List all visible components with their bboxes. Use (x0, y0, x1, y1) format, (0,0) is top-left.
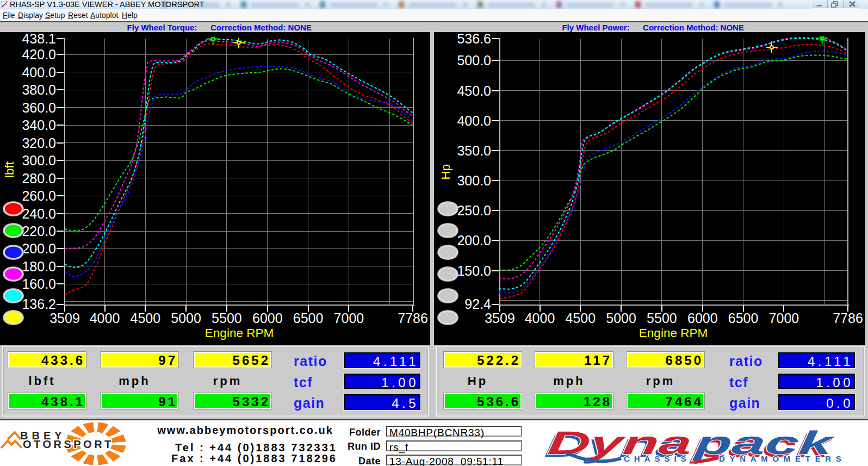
svg-text:5000: 5000 (171, 310, 201, 326)
svg-text:220.0: 220.0 (22, 223, 56, 239)
svg-text:400.0: 400.0 (457, 113, 491, 128)
svg-text:3509: 3509 (49, 310, 80, 326)
svg-text:180.0: 180.0 (22, 259, 56, 274)
svg-text:6500: 6500 (293, 310, 324, 326)
svg-text:DYNAMOMETERS: DYNAMOMETERS (719, 454, 846, 463)
svg-text:136.2: 136.2 (22, 296, 56, 312)
svg-text:300.0: 300.0 (457, 173, 491, 188)
svg-text:5500: 5500 (647, 310, 677, 326)
svg-text:6000: 6000 (252, 310, 283, 326)
svg-text:340.0: 340.0 (22, 117, 56, 133)
svg-text:6000: 6000 (687, 310, 718, 326)
svg-text:536.6: 536.6 (457, 32, 491, 46)
svg-text:Hp: Hp (439, 164, 452, 180)
svg-text:500.0: 500.0 (457, 53, 491, 68)
svg-text:360.0: 360.0 (22, 100, 56, 115)
svg-text:150.0: 150.0 (457, 263, 491, 278)
svg-text:320.0: 320.0 (22, 135, 56, 151)
svg-text:lbft: lbft (3, 161, 16, 178)
svg-text:420.0: 420.0 (22, 47, 56, 62)
svg-text:4500: 4500 (130, 310, 160, 326)
svg-text:380.0: 380.0 (22, 82, 56, 97)
svg-text:5000: 5000 (606, 310, 636, 326)
svg-text:4500: 4500 (565, 310, 596, 326)
svg-text:400.0: 400.0 (22, 65, 56, 80)
svg-text:250.0: 250.0 (457, 203, 491, 218)
svg-text:3509: 3509 (485, 310, 515, 326)
svg-text:4000: 4000 (90, 310, 120, 326)
svg-text:92.4: 92.4 (464, 296, 491, 312)
svg-text:7786: 7786 (398, 310, 428, 326)
svg-text:450.0: 450.0 (457, 83, 491, 98)
svg-text:6500: 6500 (728, 310, 759, 326)
svg-text:Engine RPM: Engine RPM (639, 326, 708, 340)
svg-text:CHASSIS: CHASSIS (624, 454, 691, 463)
svg-text:4000: 4000 (525, 310, 555, 326)
svg-text:260.0: 260.0 (22, 188, 56, 203)
svg-text:200.0: 200.0 (457, 233, 491, 248)
svg-text:280.0: 280.0 (22, 171, 56, 186)
svg-text:438.1: 438.1 (22, 32, 56, 46)
svg-text:240.0: 240.0 (22, 206, 56, 221)
svg-text:7786: 7786 (833, 310, 863, 326)
svg-text:7000: 7000 (769, 310, 799, 326)
svg-text:300.0: 300.0 (22, 153, 56, 168)
svg-text:200.0: 200.0 (22, 241, 56, 256)
svg-text:5500: 5500 (212, 310, 242, 326)
svg-text:7000: 7000 (334, 310, 364, 326)
svg-text:350.0: 350.0 (457, 143, 491, 158)
svg-text:160.0: 160.0 (22, 276, 56, 291)
svg-text:OTORSPORT: OTORSPORT (23, 438, 114, 450)
svg-text:Engine RPM: Engine RPM (205, 326, 274, 340)
